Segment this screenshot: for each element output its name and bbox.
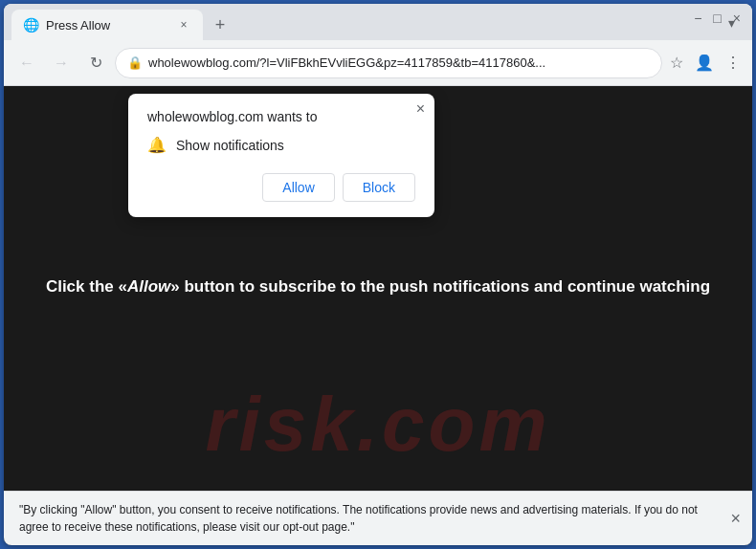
page-main-message: Click the «Allow» button to subscribe to…: [46, 275, 710, 298]
main-text-before: Click the «: [46, 277, 127, 296]
profile-icon[interactable]: 👤: [691, 50, 718, 76]
background-watermark: risk.com: [205, 381, 550, 469]
bell-icon: 🔔: [147, 136, 167, 154]
tab-bar: 🌐 Press Allow × + ▾ − □ ×: [4, 4, 752, 40]
notification-dialog: × wholewowblog.com wants to 🔔 Show notif…: [128, 94, 434, 217]
forward-button[interactable]: →: [46, 48, 77, 78]
reload-button[interactable]: ↻: [80, 48, 111, 78]
tab-close-button[interactable]: ×: [176, 17, 191, 33]
main-text-after: » button to subscribe to the push notifi…: [170, 277, 710, 296]
active-tab[interactable]: 🌐 Press Allow ×: [11, 10, 203, 40]
dialog-buttons: Allow Block: [147, 173, 415, 202]
lock-icon: 🔒: [127, 55, 143, 70]
bookmark-star-icon[interactable]: ☆: [666, 50, 687, 76]
tab-favicon-icon: 🌐: [23, 17, 38, 33]
page-content: risk.com Click the «Allow» button to sub…: [4, 86, 752, 545]
address-omnibox[interactable]: 🔒 wholewowblog.com/?l=VliFBkhEVvliEGG&pz…: [115, 48, 662, 78]
close-window-button[interactable]: ×: [733, 11, 741, 25]
consent-text: "By clicking "Allow" button, you consent…: [19, 503, 698, 534]
dialog-permission: 🔔 Show notifications: [147, 136, 415, 154]
chrome-menu-icon[interactable]: ⋮: [722, 50, 745, 76]
main-text-allow: Allow: [127, 277, 170, 296]
dialog-close-button[interactable]: ×: [416, 101, 425, 117]
dialog-title: wholewowblog.com wants to: [147, 109, 415, 124]
minimize-button[interactable]: −: [694, 11, 701, 25]
new-tab-button[interactable]: +: [207, 11, 233, 38]
tab-title: Press Allow: [46, 18, 168, 33]
address-bar: ← → ↻ 🔒 wholewowblog.com/?l=VliFBkhEVvli…: [4, 40, 752, 86]
browser-window: 🌐 Press Allow × + ▾ − □ × ← → ↻ 🔒 wholew…: [4, 4, 752, 545]
consent-bar-close-button[interactable]: ×: [730, 506, 741, 532]
url-text: wholewowblog.com/?l=VliFBkhEVvliEGG&pz=4…: [148, 55, 650, 70]
permission-text: Show notifications: [176, 138, 284, 153]
bottom-consent-bar: "By clicking "Allow" button, you consent…: [4, 491, 752, 545]
block-button[interactable]: Block: [343, 173, 415, 202]
window-controls: − □ ×: [694, 11, 741, 25]
maximize-button[interactable]: □: [713, 11, 721, 25]
back-button[interactable]: ←: [11, 48, 42, 78]
allow-button[interactable]: Allow: [262, 173, 334, 202]
